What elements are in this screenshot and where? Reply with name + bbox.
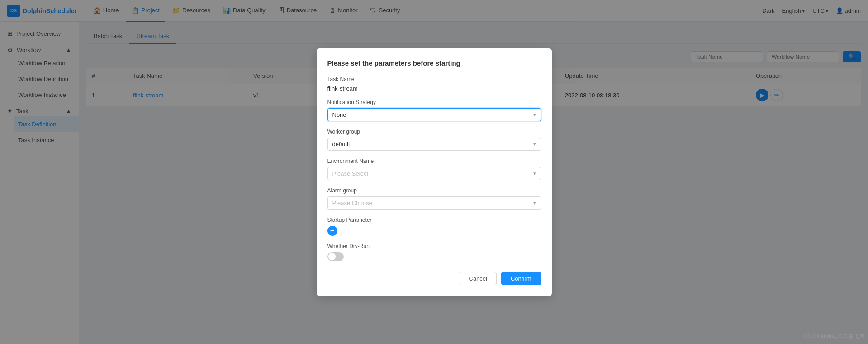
alarm-select[interactable]: Please Choose ▾ xyxy=(327,196,541,210)
modal-footer: Cancel Confirm xyxy=(327,272,541,285)
task-name-value: flink-stream xyxy=(327,85,541,92)
form-row-task-name: Task Name flink-stream xyxy=(327,76,541,92)
environment-select[interactable]: Please Select ▾ xyxy=(327,167,541,180)
form-row-worker-group: Worker group default ▾ xyxy=(327,129,541,151)
dry-run-label: Whether Dry-Run xyxy=(327,243,541,249)
worker-group-label: Worker group xyxy=(327,129,541,135)
start-params-modal: Please set the parameters before startin… xyxy=(317,48,552,296)
alarm-label: Alarm group xyxy=(327,187,541,194)
environment-arrow-icon: ▾ xyxy=(533,171,536,177)
notification-select[interactable]: None ▾ xyxy=(327,108,541,121)
alarm-arrow-icon: ▾ xyxy=(533,200,536,206)
dry-run-toggle-wrap xyxy=(327,252,541,261)
worker-group-value: default xyxy=(332,141,350,148)
add-startup-param-button[interactable]: + xyxy=(327,226,337,236)
confirm-button[interactable]: Confirm xyxy=(501,272,541,285)
form-row-environment: Environment Name Please Select ▾ xyxy=(327,158,541,180)
form-row-alarm: Alarm group Please Choose ▾ xyxy=(327,187,541,210)
worker-group-arrow-icon: ▾ xyxy=(533,141,536,147)
dry-run-toggle[interactable] xyxy=(327,252,344,261)
modal-title: Please set the parameters before startin… xyxy=(327,59,541,67)
watermark: CSDN @勇敢羊羊在飞弟 xyxy=(804,333,864,340)
task-name-label: Task Name xyxy=(327,76,541,82)
form-row-notification: Notification Strategy None ▾ xyxy=(327,99,541,121)
notification-value: None xyxy=(332,111,346,118)
cancel-button[interactable]: Cancel xyxy=(460,272,497,285)
toggle-knob xyxy=(328,253,336,260)
alarm-placeholder: Please Choose xyxy=(332,200,372,206)
startup-param-label: Startup Parameter xyxy=(327,217,541,223)
environment-placeholder: Please Select xyxy=(332,170,369,177)
modal-overlay: Please set the parameters before startin… xyxy=(0,0,868,344)
environment-label: Environment Name xyxy=(327,158,541,164)
form-row-startup-param: Startup Parameter + xyxy=(327,217,541,236)
notification-label: Notification Strategy xyxy=(327,99,541,105)
form-row-dry-run: Whether Dry-Run xyxy=(327,243,541,261)
worker-group-select[interactable]: default ▾ xyxy=(327,138,541,151)
notification-arrow-icon: ▾ xyxy=(533,112,536,118)
